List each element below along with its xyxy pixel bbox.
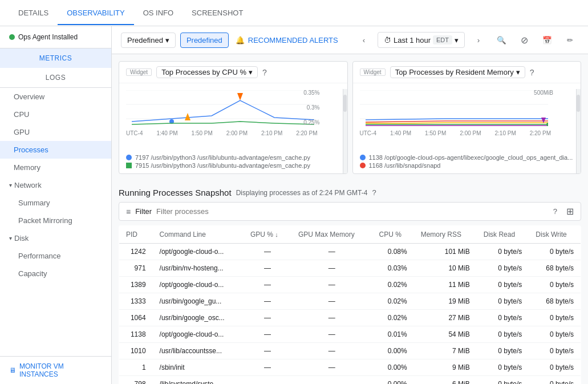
widgets-row: Widget Top Processes by CPU % ▾ ? 0.35% … [112,54,588,181]
sidebar-item-capacity[interactable]: Capacity [0,265,111,282]
calendar-button[interactable]: 📅 [538,31,556,49]
time-range-button[interactable]: ⏱ Last 1 hour EDT ▾ [378,32,465,48]
cell-diskread: 0 byte/s [477,277,529,293]
cell-gpupct: — [244,244,291,260]
widget-memory: Widget Top Processes by Resident Memory … [352,61,582,174]
main-content: Predefined ▾ Predefined 🔔 RECOMMENDED AL… [112,26,588,384]
th-pid[interactable]: PID [119,226,153,244]
cell-cmdline: /opt/google-cloud-o... [153,277,244,293]
svg-marker-5 [185,113,190,120]
recommended-alerts-button[interactable]: 🔔 RECOMMENDED ALERTS [236,36,338,45]
tab-screenshot[interactable]: SCREENSHOT [183,2,252,25]
legend-item-1: 7197 /usr/bin/python3 /usr/lib/ubuntu-ad… [126,154,340,161]
cell-cmdline: /usr/bin/nv-hosteng... [153,260,244,277]
th-diskwrite[interactable]: Disk Write [529,226,581,244]
th-diskread[interactable]: Disk Read [477,226,529,244]
th-gpupct[interactable]: GPU % ↓ [244,226,291,244]
th-commandline[interactable]: Command Line [153,226,244,244]
nav-next-button[interactable]: › [469,31,488,49]
sidebar-item-processes[interactable]: Processes [0,141,111,159]
legend-square-2 [126,163,132,168]
sidebar-item-packet-mirroring[interactable]: Packet Mirroring [0,212,111,229]
cell-gpupct: — [244,359,291,376]
sort-icon: ↓ [275,231,278,238]
cell-cpupct: 0.02% [372,293,414,310]
cell-cmdline: /sbin/init [153,359,244,376]
cell-cpupct: 0.02% [372,277,414,293]
legend-dot-1 [126,155,132,160]
cell-diskwrite: 0 byte/s [529,359,581,376]
cell-pid: 971 [119,260,153,277]
widget-border-label-1: Widget [126,68,152,76]
table-header-row: PID Command Line GPU % ↓ GPU Max Memory … [119,226,581,244]
block-button[interactable]: ⊘ [515,31,533,49]
cell-memrss: 11 MiB [414,277,477,293]
cell-diskread: 0 byte/s [477,359,529,376]
cell-diskwrite: 0 byte/s [529,376,581,385]
cell-gpupct: — [244,376,291,385]
predefined-dropdown[interactable]: Predefined ▾ [121,33,176,48]
zoom-button[interactable]: 🔍 [492,31,510,49]
widget-cpu-help[interactable]: ? [262,68,267,77]
filter-help-icon[interactable]: ? [553,207,557,216]
cell-gpumaxmem: — [291,260,372,277]
cell-gpumaxmem: — [291,326,372,343]
cell-memrss: 19 MiB [414,293,477,310]
cell-gpumaxmem: — [291,343,372,359]
table-row: 971 /usr/bin/nv-hosteng... — — 0.03% 10 … [119,260,581,277]
sidebar-group-disk[interactable]: ▾ Disk [0,229,111,247]
sidebar-item-overview[interactable]: Overview [0,88,111,106]
widget-cpu: Widget Top Processes by CPU % ▾ ? 0.35% … [119,61,348,174]
cell-gpupct: — [244,293,291,310]
cell-cmdline: /usr/bin/google_gu... [153,293,244,310]
sidebar-item-network: Network [14,181,42,189]
cell-diskread: 0 byte/s [477,343,529,359]
predefined-active-button[interactable]: Predefined [180,33,229,48]
columns-icon[interactable]: ⊞ [566,206,574,217]
processes-section: Running Processes Snapshot Displaying pr… [112,181,588,384]
tab-observability[interactable]: OBSERVABILITY [58,2,133,25]
metrics-button[interactable]: METRICS [0,48,111,68]
processes-help-icon[interactable]: ? [372,188,376,197]
nav-prev-button[interactable]: ‹ [355,31,373,49]
cell-pid: 1333 [119,293,153,310]
sidebar-item-disk: Disk [14,234,29,242]
widget-cpu-select[interactable]: Top Processes by CPU % ▾ [156,66,258,78]
filter-input[interactable] [156,207,549,216]
sidebar-group-network[interactable]: ▾ Network [0,176,111,194]
widget-memory-help[interactable]: ? [530,68,534,77]
sidebar-item-cpu[interactable]: CPU [0,106,111,123]
widget-border-label-2: Widget [360,68,386,76]
widget-memory-legend: 1138 /opt/google-cloud-ops-agent/libexec… [353,152,581,173]
th-cpupct[interactable]: CPU % [372,226,414,244]
logs-button[interactable]: LOGS [0,68,111,88]
tab-osinfo[interactable]: OS INFO [134,2,183,25]
cell-gpumaxmem: — [291,277,372,293]
processes-table: PID Command Line GPU % ↓ GPU Max Memory … [119,225,581,384]
sidebar-item-memory[interactable]: Memory [0,159,111,176]
edit-button[interactable]: ✏ [561,31,579,49]
chevron-disk-icon: ▾ [9,235,12,241]
cell-diskwrite: 0 byte/s [529,277,581,293]
monitor-vm-button[interactable]: 🖥 MONITOR VM INSTANCES [0,356,111,384]
th-gpumaxmem[interactable]: GPU Max Memory [291,226,372,244]
processes-subtitle: Displaying processes as of 2:24 PM GMT-4 [236,189,368,197]
clock-icon: ⏱ [384,36,391,45]
cell-memrss: 10 MiB [414,260,477,277]
tab-details[interactable]: DETAILS [9,2,58,25]
cell-pid: 1389 [119,277,153,293]
chevron-time-icon: ▾ [455,36,459,45]
widget-memory-select[interactable]: Top Processes by Resident Memory ▾ [390,66,525,78]
cell-diskwrite: 0 byte/s [529,326,581,343]
cell-gpupct: — [244,343,291,359]
widget-cpu-legend: 7197 /usr/bin/python3 /usr/lib/ubuntu-ad… [119,152,347,173]
widget-memory-chart: 500MiB [353,83,581,152]
cell-cmdline: /opt/google-cloud-o... [153,326,244,343]
table-row: 1010 /usr/lib/accountsse... — — 0.00% 7 … [119,343,581,359]
sidebar-item-performance[interactable]: Performance [0,247,111,265]
chevron-widget1-icon: ▾ [249,68,253,76]
th-memrss[interactable]: Memory RSS [414,226,477,244]
sidebar-item-gpu[interactable]: GPU [0,123,111,141]
sidebar-item-summary[interactable]: Summary [0,194,111,212]
chevron-widget2-icon: ▾ [516,68,520,76]
